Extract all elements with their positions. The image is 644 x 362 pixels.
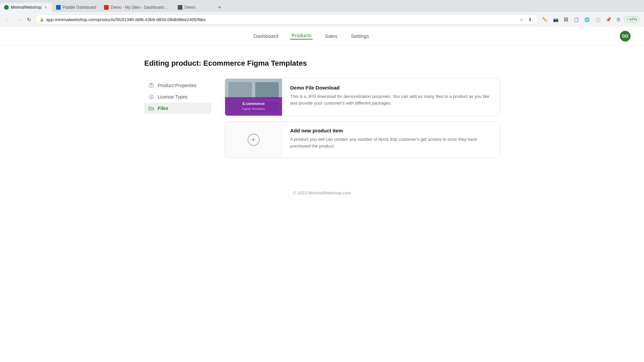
browser-chrome: MinimalWebshop ✕ Paddle Dashboard Demo -… bbox=[0, 0, 644, 27]
nav-settings[interactable]: Settings bbox=[350, 33, 370, 39]
toolbar-btn-6[interactable]: ⬜ bbox=[593, 16, 602, 23]
lock-icon: 🔒 bbox=[40, 17, 44, 22]
edit-layout: Product Properties $ License Types Fil bbox=[144, 78, 500, 164]
page-title: Editing product: Ecommerce Figma Templat… bbox=[144, 59, 500, 68]
tab-demo[interactable]: Demo bbox=[174, 3, 214, 12]
add-product-button[interactable]: + bbox=[248, 134, 260, 146]
back-button[interactable]: ← bbox=[4, 15, 12, 24]
file-title: Demo File Download bbox=[290, 85, 491, 90]
svg-text:$: $ bbox=[150, 96, 152, 99]
add-product-description: A product you sell can contain any numbe… bbox=[290, 136, 491, 149]
tag-icon: $ bbox=[148, 94, 154, 100]
tab-bar: MinimalWebshop ✕ Paddle Dashboard Demo -… bbox=[0, 0, 644, 12]
svg-rect-5 bbox=[228, 82, 252, 99]
svg-rect-9 bbox=[225, 97, 282, 116]
tab-title-demo: Demo bbox=[184, 5, 210, 10]
add-product-title: Add new product item bbox=[290, 128, 491, 133]
browser-toolbar-right: ✏️ 📷 🖼 📋 🌐 ⬜ 📌 ☰ • VPN bbox=[540, 16, 640, 23]
share-icon[interactable]: ⬆ bbox=[527, 16, 533, 23]
sidebar-label-files: Files bbox=[158, 106, 168, 111]
nav-sales[interactable]: Sales bbox=[323, 33, 339, 39]
tab-title-carrd: Demo - My Sites - Dashboard - Carrd bbox=[111, 5, 170, 10]
address-text: app.minimalwebshop.com/products/5fc01390… bbox=[46, 17, 516, 22]
folder-icon bbox=[148, 105, 154, 111]
toolbar-btn-2[interactable]: 📷 bbox=[551, 16, 560, 23]
new-tab-button[interactable]: + bbox=[214, 3, 225, 12]
forward-button[interactable]: → bbox=[15, 15, 23, 24]
main-content: Editing product: Ecommerce Figma Templat… bbox=[138, 46, 506, 177]
sidebar-item-product-properties[interactable]: Product Properties bbox=[144, 80, 211, 91]
sidebar-label-product-properties: Product Properties bbox=[158, 83, 197, 88]
tab-favicon-paddle bbox=[56, 5, 61, 10]
tab-title-paddle: Paddle Dashboard bbox=[63, 5, 96, 10]
tab-favicon-demo bbox=[178, 5, 182, 10]
reload-button[interactable]: ↻ bbox=[25, 15, 33, 24]
footer: © 2023 MinimalWebshop.com bbox=[0, 177, 644, 202]
file-description: This is a JPG download for demonstration… bbox=[290, 93, 491, 106]
file-info: Demo File Download This is a JPG downloa… bbox=[282, 79, 499, 116]
sidebar: Product Properties $ License Types Fil bbox=[144, 78, 211, 164]
file-card[interactable]: E-commerce Figma Templates Demo File Dow… bbox=[225, 78, 500, 116]
app-nav: Dashboard Products Sales Settings DD bbox=[0, 27, 644, 46]
svg-rect-6 bbox=[255, 82, 279, 99]
content-area: E-commerce Figma Templates Demo File Dow… bbox=[225, 78, 500, 164]
avatar[interactable]: DD bbox=[620, 31, 631, 42]
nav-dashboard[interactable]: Dashboard bbox=[252, 33, 279, 39]
cube-icon bbox=[148, 82, 154, 88]
sidebar-item-files[interactable]: Files bbox=[144, 103, 211, 114]
add-product-card: + Add new product item A product you sel… bbox=[225, 121, 500, 158]
tab-title-mws: MinimalWebshop bbox=[11, 5, 42, 10]
product-thumbnail: E-commerce Figma Templates bbox=[225, 79, 282, 116]
toolbar-btn-8[interactable]: ☰ bbox=[614, 16, 623, 23]
toolbar-btn-7[interactable]: 📌 bbox=[604, 16, 613, 23]
svg-text:Figma Templates: Figma Templates bbox=[242, 107, 265, 111]
footer-text: © 2023 MinimalWebshop.com bbox=[293, 190, 351, 195]
toolbar-btn-4[interactable]: 📋 bbox=[572, 16, 581, 23]
nav-products[interactable]: Products bbox=[290, 33, 313, 40]
tab-close-mws[interactable]: ✕ bbox=[44, 5, 48, 10]
bookmark-icon[interactable]: ☆ bbox=[518, 16, 525, 23]
tab-paddle[interactable]: Paddle Dashboard bbox=[52, 3, 100, 12]
add-product-info: Add new product item A product you sell … bbox=[282, 122, 499, 158]
vpn-badge: • VPN bbox=[624, 16, 640, 22]
tab-minimalwebshop[interactable]: MinimalWebshop ✕ bbox=[0, 3, 52, 12]
sidebar-label-license-types: License Types bbox=[158, 94, 187, 100]
sidebar-item-license-types[interactable]: $ License Types bbox=[144, 91, 211, 103]
tab-favicon-carrd bbox=[104, 5, 109, 10]
toolbar-btn-1[interactable]: ✏️ bbox=[540, 16, 550, 23]
add-thumb-area: + bbox=[225, 122, 282, 158]
address-bar-row: ← → ↻ 🔒 app.minimalwebshop.com/products/… bbox=[0, 12, 644, 27]
svg-text:E-commerce: E-commerce bbox=[243, 102, 265, 106]
toolbar-btn-3[interactable]: 🖼 bbox=[562, 16, 570, 23]
address-bar[interactable]: 🔒 app.minimalwebshop.com/products/5fc013… bbox=[35, 14, 538, 24]
tab-carrd[interactable]: Demo - My Sites - Dashboard - Carrd bbox=[100, 3, 174, 12]
toolbar-btn-5[interactable]: 🌐 bbox=[582, 16, 592, 23]
tab-favicon-mws bbox=[4, 5, 9, 10]
